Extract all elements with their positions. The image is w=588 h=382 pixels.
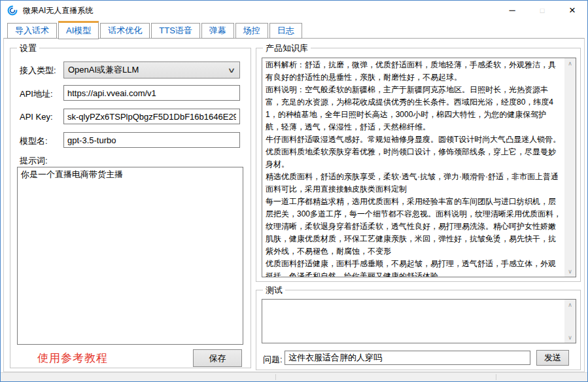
knowledge-base-group-label: 产品知识库: [263, 43, 311, 53]
tab-log[interactable]: 日志: [269, 23, 302, 39]
tab-ai-model[interactable]: AI模型: [58, 21, 99, 39]
question-input[interactable]: [285, 351, 530, 365]
api-url-label: API地址:: [20, 88, 53, 100]
maximize-button: □: [527, 1, 557, 20]
send-button[interactable]: 发送: [536, 350, 569, 366]
knowledge-base-group: 产品知识库 面料解析：舒适，抗磨，微弹，优质舒适面料，质地轻薄，手感柔软，外观雅…: [256, 48, 581, 282]
window-title: 微果AI无人直播系统: [23, 1, 93, 20]
chevron-down-icon: ∨: [228, 66, 236, 75]
test-output-textbox[interactable]: ∧ ∨: [262, 299, 576, 343]
close-icon: ×: [569, 4, 576, 16]
settings-group-label: 设置: [17, 43, 39, 53]
title-bar: 微果AI无人直播系统 ─ □ ×: [1, 1, 587, 20]
tab-tts-voice[interactable]: TTS语音: [151, 23, 200, 39]
tab-import-script[interactable]: 导入话术: [7, 23, 57, 39]
tab-script-optimize[interactable]: 话术优化: [100, 23, 150, 39]
api-key-input[interactable]: [63, 109, 240, 124]
settings-group: 设置 接入类型: OpenAI或兼容LLM ∨ API地址: API Key: …: [10, 48, 251, 368]
close-button[interactable]: ×: [557, 1, 587, 20]
scroll-up-icon[interactable]: ∧: [564, 58, 576, 69]
prompt-label: 提示词:: [20, 155, 48, 167]
test-group: 测试 ∧ ∨ 问题: 发送: [256, 290, 581, 370]
status-bar: [1, 372, 587, 381]
access-type-label: 接入类型:: [20, 65, 56, 77]
test-output-text: [262, 300, 564, 343]
scroll-down-icon[interactable]: ∨: [564, 266, 576, 277]
prompt-textarea[interactable]: 你是一个直播电商带货主播: [17, 167, 243, 345]
knowledge-base-textbox[interactable]: 面料解析：舒适，抗磨，微弹，优质舒适面料，质地轻薄，手感柔软，外观雅洁，具有良好…: [262, 58, 576, 277]
api-key-label: API Key:: [20, 112, 53, 122]
tab-scene-control[interactable]: 场控: [235, 23, 268, 39]
window-controls: ─ □ ×: [497, 1, 587, 20]
model-name-input[interactable]: [63, 132, 240, 148]
question-label: 问题:: [263, 354, 283, 366]
test-group-label: 测试: [263, 285, 285, 295]
minimize-button[interactable]: ─: [497, 1, 527, 20]
minimize-icon: ─: [509, 5, 515, 15]
app-window: 微果AI无人直播系统 ─ □ × 导入话术 AI模型 话术优化 TTS语音 弹幕…: [0, 0, 588, 382]
tab-strip: 导入话术 AI模型 话术优化 TTS语音 弹幕 场控 日志: [7, 21, 303, 39]
knowledge-base-scrollbar[interactable]: ∧ ∨: [564, 58, 576, 277]
status-bar-separator: [275, 374, 276, 380]
access-type-select[interactable]: OpenAI或兼容LLM ∨: [63, 61, 240, 78]
api-url-input[interactable]: [63, 85, 240, 101]
access-type-value: OpenAI或兼容LLM: [68, 64, 229, 76]
test-output-scrollbar[interactable]: ∧ ∨: [564, 300, 576, 343]
scroll-up-icon[interactable]: ∧: [564, 300, 576, 310]
tab-danmaku[interactable]: 弹幕: [201, 23, 234, 39]
model-name-label: 模型名:: [20, 135, 48, 147]
status-bar-separator: [496, 374, 496, 380]
knowledge-base-text: 面料解析：舒适，抗磨，微弹，优质舒适面料，质地轻薄，手感柔软，外观雅洁，具有良好…: [262, 58, 564, 277]
save-button[interactable]: 保存: [193, 349, 242, 367]
maximize-icon: □: [540, 7, 545, 14]
app-logo-icon: [7, 5, 18, 16]
scroll-down-icon[interactable]: ∨: [564, 332, 576, 343]
tutorial-link[interactable]: 使用参考教程: [37, 351, 108, 366]
